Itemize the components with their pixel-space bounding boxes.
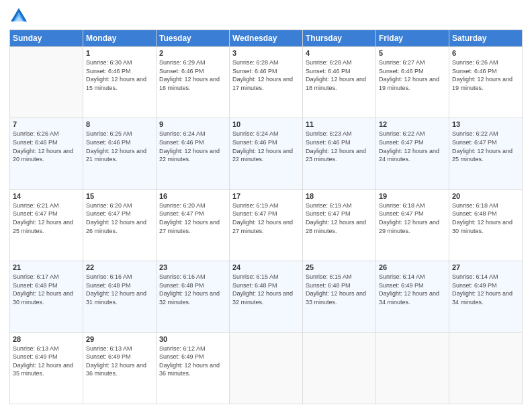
day-number: 7 <box>13 120 80 128</box>
page: SundayMondayTuesdayWednesdayThursdayFrid… <box>0 0 532 411</box>
calendar-cell: 2Sunrise: 6:29 AMSunset: 6:46 PMDaylight… <box>157 47 230 118</box>
calendar-table: SundayMondayTuesdayWednesdayThursdayFrid… <box>9 30 523 404</box>
calendar-cell: 27Sunrise: 6:14 AMSunset: 6:49 PMDayligh… <box>449 261 523 332</box>
calendar-cell: 1Sunrise: 6:30 AMSunset: 6:46 PMDaylight… <box>83 47 157 118</box>
day-number: 22 <box>86 263 153 271</box>
header-cell-saturday: Saturday <box>449 30 523 47</box>
calendar-cell: 13Sunrise: 6:22 AMSunset: 6:47 PMDayligh… <box>449 118 523 189</box>
day-info: Sunrise: 6:16 AMSunset: 6:48 PMDaylight:… <box>86 273 153 306</box>
day-number: 27 <box>452 263 519 271</box>
logo <box>9 7 30 26</box>
day-info: Sunrise: 6:26 AMSunset: 6:46 PMDaylight:… <box>452 58 519 92</box>
calendar-cell: 26Sunrise: 6:14 AMSunset: 6:49 PMDayligh… <box>376 261 449 332</box>
day-number: 28 <box>13 335 80 343</box>
day-info: Sunrise: 6:13 AMSunset: 6:49 PMDaylight:… <box>13 345 80 378</box>
day-info: Sunrise: 6:25 AMSunset: 6:46 PMDaylight:… <box>86 130 153 163</box>
calendar-cell: 9Sunrise: 6:24 AMSunset: 6:46 PMDaylight… <box>157 118 230 189</box>
day-info: Sunrise: 6:12 AMSunset: 6:49 PMDaylight:… <box>159 345 226 378</box>
header-cell-thursday: Thursday <box>303 30 376 47</box>
day-number: 4 <box>306 49 373 57</box>
day-info: Sunrise: 6:18 AMSunset: 6:47 PMDaylight:… <box>379 201 446 235</box>
calendar-week-1: 1Sunrise: 6:30 AMSunset: 6:46 PMDaylight… <box>10 47 523 118</box>
day-info: Sunrise: 6:20 AMSunset: 6:47 PMDaylight:… <box>159 201 226 235</box>
day-number: 3 <box>232 49 300 57</box>
calendar-cell: 10Sunrise: 6:24 AMSunset: 6:46 PMDayligh… <box>230 118 303 189</box>
calendar-cell: 18Sunrise: 6:19 AMSunset: 6:47 PMDayligh… <box>303 189 376 261</box>
day-info: Sunrise: 6:24 AMSunset: 6:46 PMDaylight:… <box>232 130 300 163</box>
header-cell-sunday: Sunday <box>10 30 83 47</box>
header <box>9 7 523 26</box>
day-number: 20 <box>452 192 519 200</box>
day-number: 23 <box>159 263 226 271</box>
header-cell-friday: Friday <box>376 30 449 47</box>
calendar-cell: 22Sunrise: 6:16 AMSunset: 6:48 PMDayligh… <box>83 261 157 332</box>
day-number: 18 <box>306 192 373 200</box>
calendar-cell: 29Sunrise: 6:13 AMSunset: 6:49 PMDayligh… <box>83 332 157 404</box>
day-info: Sunrise: 6:14 AMSunset: 6:49 PMDaylight:… <box>452 273 519 306</box>
calendar-cell: 30Sunrise: 6:12 AMSunset: 6:49 PMDayligh… <box>157 332 230 404</box>
calendar-cell: 6Sunrise: 6:26 AMSunset: 6:46 PMDaylight… <box>449 47 523 118</box>
day-number: 16 <box>159 192 226 200</box>
calendar-week-3: 14Sunrise: 6:21 AMSunset: 6:47 PMDayligh… <box>10 189 523 261</box>
day-info: Sunrise: 6:19 AMSunset: 6:47 PMDaylight:… <box>232 201 300 235</box>
day-number: 30 <box>159 335 226 343</box>
calendar-cell: 14Sunrise: 6:21 AMSunset: 6:47 PMDayligh… <box>10 189 83 261</box>
logo-icon <box>9 7 28 26</box>
day-number: 12 <box>379 120 446 128</box>
day-info: Sunrise: 6:30 AMSunset: 6:46 PMDaylight:… <box>86 58 153 92</box>
calendar-cell: 5Sunrise: 6:27 AMSunset: 6:46 PMDaylight… <box>376 47 449 118</box>
day-number: 14 <box>13 192 80 200</box>
calendar-cell <box>230 332 303 404</box>
day-info: Sunrise: 6:28 AMSunset: 6:46 PMDaylight:… <box>232 58 300 92</box>
day-number: 21 <box>13 263 80 271</box>
day-info: Sunrise: 6:20 AMSunset: 6:47 PMDaylight:… <box>86 201 153 235</box>
calendar-week-4: 21Sunrise: 6:17 AMSunset: 6:48 PMDayligh… <box>10 261 523 332</box>
day-info: Sunrise: 6:21 AMSunset: 6:47 PMDaylight:… <box>13 201 80 235</box>
day-number: 13 <box>452 120 519 128</box>
header-cell-wednesday: Wednesday <box>230 30 303 47</box>
day-info: Sunrise: 6:14 AMSunset: 6:49 PMDaylight:… <box>379 273 446 306</box>
day-info: Sunrise: 6:13 AMSunset: 6:49 PMDaylight:… <box>86 345 153 378</box>
calendar-cell: 7Sunrise: 6:26 AMSunset: 6:46 PMDaylight… <box>10 118 83 189</box>
day-number: 2 <box>159 49 226 57</box>
calendar-cell: 12Sunrise: 6:22 AMSunset: 6:47 PMDayligh… <box>376 118 449 189</box>
calendar-cell <box>376 332 449 404</box>
day-info: Sunrise: 6:15 AMSunset: 6:48 PMDaylight:… <box>306 273 373 306</box>
day-info: Sunrise: 6:28 AMSunset: 6:46 PMDaylight:… <box>306 58 373 92</box>
calendar-week-5: 28Sunrise: 6:13 AMSunset: 6:49 PMDayligh… <box>10 332 523 404</box>
day-number: 9 <box>159 120 226 128</box>
calendar-cell: 11Sunrise: 6:23 AMSunset: 6:46 PMDayligh… <box>303 118 376 189</box>
calendar-header: SundayMondayTuesdayWednesdayThursdayFrid… <box>10 30 523 47</box>
day-number: 25 <box>306 263 373 271</box>
day-number: 15 <box>86 192 153 200</box>
calendar-cell: 16Sunrise: 6:20 AMSunset: 6:47 PMDayligh… <box>157 189 230 261</box>
day-info: Sunrise: 6:16 AMSunset: 6:48 PMDaylight:… <box>159 273 226 306</box>
calendar-cell: 23Sunrise: 6:16 AMSunset: 6:48 PMDayligh… <box>157 261 230 332</box>
day-number: 5 <box>379 49 446 57</box>
calendar-cell <box>449 332 523 404</box>
day-info: Sunrise: 6:22 AMSunset: 6:47 PMDaylight:… <box>452 130 519 163</box>
day-info: Sunrise: 6:17 AMSunset: 6:48 PMDaylight:… <box>13 273 80 306</box>
day-info: Sunrise: 6:23 AMSunset: 6:46 PMDaylight:… <box>306 130 373 163</box>
day-info: Sunrise: 6:19 AMSunset: 6:47 PMDaylight:… <box>306 201 373 235</box>
day-number: 24 <box>232 263 300 271</box>
calendar-cell: 8Sunrise: 6:25 AMSunset: 6:46 PMDaylight… <box>83 118 157 189</box>
day-info: Sunrise: 6:27 AMSunset: 6:46 PMDaylight:… <box>379 58 446 92</box>
header-cell-monday: Monday <box>83 30 157 47</box>
day-info: Sunrise: 6:18 AMSunset: 6:48 PMDaylight:… <box>452 201 519 235</box>
calendar-cell <box>10 47 83 118</box>
day-number: 17 <box>232 192 300 200</box>
calendar-cell: 25Sunrise: 6:15 AMSunset: 6:48 PMDayligh… <box>303 261 376 332</box>
day-number: 6 <box>452 49 519 57</box>
day-number: 26 <box>379 263 446 271</box>
day-info: Sunrise: 6:24 AMSunset: 6:46 PMDaylight:… <box>159 130 226 163</box>
calendar-cell: 15Sunrise: 6:20 AMSunset: 6:47 PMDayligh… <box>83 189 157 261</box>
day-number: 8 <box>86 120 153 128</box>
calendar-cell: 19Sunrise: 6:18 AMSunset: 6:47 PMDayligh… <box>376 189 449 261</box>
calendar-week-2: 7Sunrise: 6:26 AMSunset: 6:46 PMDaylight… <box>10 118 523 189</box>
day-info: Sunrise: 6:15 AMSunset: 6:48 PMDaylight:… <box>232 273 300 306</box>
header-row: SundayMondayTuesdayWednesdayThursdayFrid… <box>10 30 523 47</box>
day-info: Sunrise: 6:22 AMSunset: 6:47 PMDaylight:… <box>379 130 446 163</box>
header-cell-tuesday: Tuesday <box>157 30 230 47</box>
day-number: 19 <box>379 192 446 200</box>
